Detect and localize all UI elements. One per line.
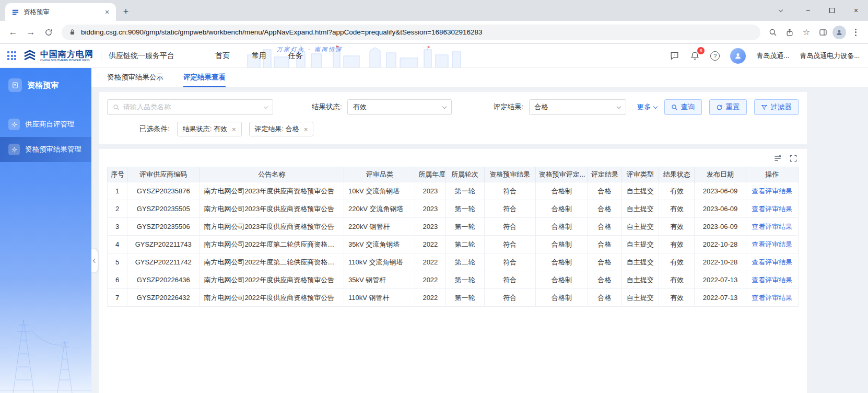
cell-prequalify-eval: 合格制 [535, 236, 588, 253]
sidebar-collapse-handle[interactable] [91, 249, 98, 273]
back-button[interactable]: ← [5, 25, 21, 40]
user-avatar[interactable] [730, 48, 746, 64]
share-icon[interactable] [782, 25, 797, 40]
view-result-link[interactable]: 查看评审结果 [752, 294, 792, 302]
cell-prequalify-result: 符合 [484, 182, 535, 200]
minimize-button[interactable]: − [796, 0, 820, 21]
zoom-icon[interactable] [766, 25, 780, 40]
tab-prequalify-publicity[interactable]: 资格预审结果公示 [107, 68, 163, 87]
apps-grid-icon[interactable] [7, 51, 16, 60]
column-header: 结果状态 [659, 167, 695, 182]
cell-year: 2023 [415, 182, 445, 200]
new-tab-button[interactable]: + [118, 4, 134, 19]
window-controls: − × [779, 0, 868, 21]
maximize-button[interactable] [820, 0, 844, 21]
platform-name: 供应链统一服务平台 [109, 51, 174, 61]
cell-publish-date: 2023-06-09 [695, 218, 746, 236]
tab-evaluation-results[interactable]: 评定结果查看 [183, 68, 226, 87]
sidebar-item-prequalify-results[interactable]: 资格预审结果管理 [0, 137, 91, 162]
browser-toolbar: ← → bidding.csg.cn:9090/gmp/static/gmpwe… [0, 21, 868, 44]
notification-badge: 6 [697, 47, 705, 54]
table-row: 5 GYSZP202211742 南方电网公司2022年度第二轮供应商资格预审公… [108, 253, 799, 271]
cell-year: 2022 [415, 236, 445, 253]
sidebar-item-self-evaluation[interactable]: 供应商自评管理 [0, 112, 91, 137]
nav-item-common[interactable]: 常用 [252, 51, 266, 61]
browser-tab[interactable]: 资格预审 × [5, 3, 116, 21]
selected-conditions: 已选条件: 结果状态: 有效 × 评定结果: 合格 × [107, 122, 799, 136]
cell-announcement-name: 南方电网公司2023年度供应商资格预审公告 [200, 182, 344, 200]
cell-publish-date: 2022-07-13 [695, 289, 746, 307]
nav-item-home[interactable]: 首页 [215, 51, 230, 61]
view-result-link[interactable]: 查看评审结果 [752, 187, 792, 195]
tab-title: 资格预审 [24, 8, 98, 17]
company-name[interactable]: 青岛茂通电力设备... [800, 51, 860, 61]
side-panel-icon[interactable] [816, 25, 830, 40]
filter-button[interactable]: 过滤器 [754, 99, 799, 115]
cell-result-status: 有效 [659, 182, 695, 200]
selected-conditions-label: 已选条件: [139, 124, 170, 134]
url-bar[interactable]: bidding.csg.cn:9090/gmp/static/gmpweb/wo… [62, 25, 760, 40]
refresh-icon [716, 104, 723, 111]
table-settings-icon[interactable] [773, 154, 782, 163]
column-header: 序号 [108, 167, 127, 182]
tab-close-icon[interactable]: × [102, 7, 112, 17]
cell-review-type: 自主提交 [621, 236, 659, 253]
query-button[interactable]: 查询 [664, 99, 702, 115]
cell-eval-result: 合格 [588, 218, 621, 236]
more-link[interactable]: 更多 [637, 102, 657, 112]
chip-close-icon[interactable]: × [304, 125, 308, 133]
cell-round: 第一轮 [445, 218, 484, 236]
sidebar-app-title-label: 资格预审 [27, 80, 58, 90]
cell-round: 第二轮 [445, 236, 484, 253]
category-search-combo[interactable]: 请输入品类名称 [107, 99, 273, 115]
nav-item-tasks[interactable]: 任务 [288, 51, 303, 61]
close-button[interactable]: × [844, 0, 868, 21]
cell-eval-result: 合格 [588, 182, 621, 200]
chip-close-icon[interactable]: × [232, 125, 236, 133]
sidebar-item-label: 供应商自评管理 [25, 120, 75, 129]
cell-prequalify-result: 符合 [484, 271, 535, 289]
help-icon[interactable]: ? [710, 51, 720, 61]
chat-icon[interactable] [670, 51, 679, 61]
chevron-down-icon [443, 107, 446, 108]
cell-prequalify-result: 符合 [484, 200, 535, 218]
chip-label: 结果状态: 有效 [183, 124, 227, 134]
result-status-select[interactable]: 有效 [347, 99, 452, 115]
browser-profile-avatar[interactable] [832, 26, 846, 39]
bookmark-star-icon[interactable]: ☆ [799, 25, 814, 40]
cell-prequalify-eval: 合格制 [535, 218, 588, 236]
cell-result-status: 有效 [659, 271, 695, 289]
funnel-icon [761, 104, 768, 111]
fullscreen-icon[interactable] [789, 154, 797, 163]
cell-announcement-name: 南方电网公司2022年度第二轮供应商资格预审公... [200, 253, 344, 271]
cell-review-type: 自主提交 [621, 200, 659, 218]
cell-publish-date: 2023-06-09 [695, 182, 746, 200]
cell-result-status: 有效 [659, 200, 695, 218]
cell-review-type: 自主提交 [621, 182, 659, 200]
sidebar-app-title[interactable]: 资格预审 [0, 68, 91, 99]
reload-button[interactable] [41, 25, 56, 40]
cell-index: 1 [108, 182, 127, 200]
table-body: 1 GYSZP20235876 南方电网公司2023年度供应商资格预审公告 10… [108, 182, 799, 307]
notification-bell-icon[interactable]: 6 [690, 51, 700, 61]
forward-button[interactable]: → [23, 25, 39, 40]
cell-supplier-code: GYSZP202211742 [127, 253, 200, 271]
cell-category: 110kV 钢管杆 [344, 289, 415, 307]
cell-year: 2022 [415, 271, 445, 289]
cell-prequalify-eval: 合格制 [535, 271, 588, 289]
csg-logo: 中国南方电网 CHINA SOUTHERN POWER GRID [22, 49, 93, 63]
reset-button[interactable]: 重置 [709, 99, 747, 115]
view-result-link[interactable]: 查看评审结果 [752, 258, 792, 266]
column-header: 公告名称 [200, 167, 344, 182]
tab-search-chevron-icon[interactable] [779, 10, 782, 11]
view-result-link[interactable]: 查看评审结果 [752, 276, 792, 284]
eval-result-select[interactable]: 合格 [529, 99, 626, 115]
browser-menu-icon[interactable] [848, 25, 863, 40]
sidebar: 资格预审 供应商自评管理 资格预审结果管理 [0, 68, 91, 393]
cell-category: 110kV 交流角钢塔 [344, 253, 415, 271]
view-result-link[interactable]: 查看评审结果 [752, 223, 792, 230]
cell-publish-date: 2022-10-28 [695, 236, 746, 253]
view-result-link[interactable]: 查看评审结果 [752, 240, 792, 248]
user-name[interactable]: 青岛茂通... [756, 51, 789, 61]
view-result-link[interactable]: 查看评审结果 [752, 205, 792, 213]
